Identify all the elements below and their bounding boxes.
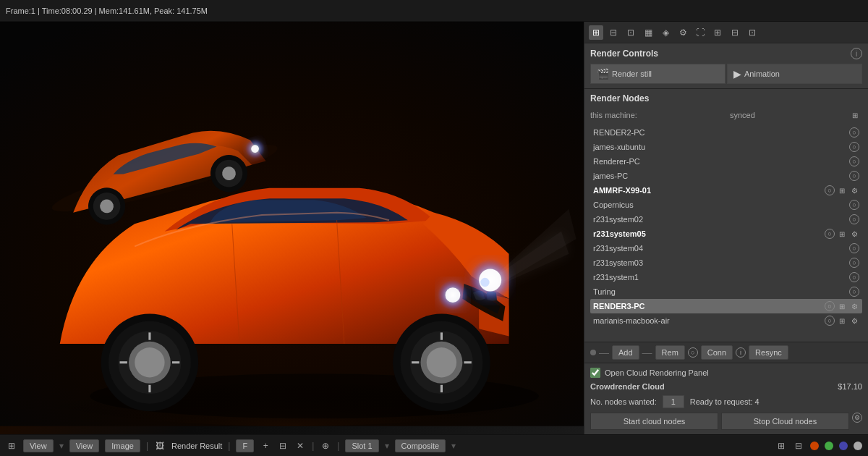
cloud-settings-icon[interactable]: ⚙ — [852, 413, 862, 423]
bottom-icon-1[interactable]: ⊞ — [6, 440, 17, 452]
right-toolbar: ⊞ ⊟ ⊡ ▦ ◈ ⚙ ⛶ ⊞ ⊟ ⊡ — [584, 22, 868, 43]
svg-point-16 — [446, 287, 461, 303]
footer-info-icon[interactable]: i — [736, 347, 746, 358]
toolbar-icon-5[interactable]: ◈ — [658, 25, 673, 40]
node-circle-icon-13[interactable]: ○ — [825, 316, 835, 326]
node-gear-icon-13[interactable]: ⚙ — [849, 316, 859, 326]
toolbar-icon-6[interactable]: ⚙ — [676, 25, 690, 40]
node-row-5[interactable]: Copernicus○ — [590, 198, 862, 212]
rem-button[interactable]: Rem — [655, 345, 685, 360]
footer-circle-icon[interactable]: ○ — [688, 347, 698, 358]
start-cloud-nodes-button[interactable]: Start cloud nodes — [590, 413, 718, 430]
nodes-settings-icon[interactable]: ⊞ — [848, 108, 862, 122]
stop-cloud-nodes-button[interactable]: Stop Cloud nodes — [721, 413, 849, 430]
node-circle-icon-0[interactable]: ○ — [849, 127, 859, 138]
node-row-1[interactable]: james-xubuntu○ — [590, 140, 862, 154]
bottom-right-icon-2[interactable]: ⊟ — [793, 440, 804, 452]
node-grid-icon-13[interactable]: ⊞ — [837, 316, 847, 326]
node-row-0[interactable]: RENDER2-PC○ — [590, 125, 862, 140]
node-circle-icon-10[interactable]: ○ — [849, 272, 859, 282]
node-circle-icon-12[interactable]: ○ — [825, 301, 835, 311]
add-button[interactable]: Add — [612, 345, 639, 360]
node-circle-icon-11[interactable]: ○ — [849, 287, 859, 297]
view-button-2[interactable]: View — [69, 439, 100, 452]
toolbar-icon-9[interactable]: ⊟ — [728, 25, 742, 40]
view-button-1[interactable]: View — [23, 439, 54, 452]
x-icon[interactable]: ✕ — [294, 440, 306, 452]
node-circle-icon-2[interactable]: ○ — [849, 156, 859, 166]
cloud-checkbox-row: Open Cloud Rendering Panel — [590, 368, 862, 378]
toolbar-icon-1[interactable]: ⊞ — [589, 25, 603, 40]
node-circle-icon-9[interactable]: ○ — [849, 258, 859, 268]
render-controls-title: Render Controls — [590, 48, 658, 59]
toolbar-icon-7[interactable]: ⛶ — [693, 25, 707, 40]
node-circle-icon-3[interactable]: ○ — [849, 171, 859, 181]
node-grid-icon-4[interactable]: ⊞ — [837, 185, 847, 195]
nodes-footer: — Add — Rem ○ Conn i Resync — [584, 342, 868, 363]
node-circle-icon-6[interactable]: ○ — [849, 214, 859, 224]
bottom-bar: ⊞ View ▾ View Image | 🖼 Render Result | … — [0, 434, 868, 456]
node-name-13: marianis-macbook-air — [593, 316, 825, 325]
animation-button[interactable]: ▶ Animation — [727, 64, 862, 84]
node-name-12: RENDER3-PC — [593, 302, 825, 311]
node-name-7: r231system05 — [593, 229, 825, 238]
toolbar-icon-10[interactable]: ⊡ — [745, 25, 760, 40]
cloud-details: Crowdrender Cloud $17.10 — [590, 382, 862, 391]
bottom-right-icon-1[interactable]: ⊞ — [775, 440, 787, 452]
node-name-8: r231system04 — [593, 244, 849, 253]
render-controls-info-icon[interactable]: i — [851, 48, 862, 59]
cloud-action-buttons: Start cloud nodes Stop Cloud nodes ⚙ — [590, 413, 862, 430]
node-circle-icon-8[interactable]: ○ — [849, 243, 859, 253]
node-row-11[interactable]: Turing○ — [590, 284, 862, 299]
node-gear-icon-7[interactable]: ⚙ — [849, 229, 859, 239]
node-row-9[interactable]: r231system03○ — [590, 256, 862, 270]
render-result-icon[interactable]: 🖼 — [154, 440, 166, 452]
node-circle-icon-1[interactable]: ○ — [849, 142, 859, 152]
cloud-checkbox[interactable] — [590, 368, 600, 378]
synced-label: synced — [730, 111, 755, 119]
node-grid-icon-7[interactable]: ⊞ — [837, 229, 847, 239]
node-gear-icon-12[interactable]: ⚙ — [849, 301, 859, 311]
node-row-10[interactable]: r231system1○ — [590, 270, 862, 284]
node-row-2[interactable]: Renderer-PC○ — [590, 154, 862, 169]
node-circle-icon-4[interactable]: ○ — [825, 185, 835, 195]
node-name-9: r231system03 — [593, 258, 849, 267]
zoom-icon[interactable]: ⊕ — [320, 440, 331, 452]
node-row-8[interactable]: r231system04○ — [590, 241, 862, 256]
node-row-13[interactable]: marianis-macbook-air○⊞⚙ — [590, 313, 862, 328]
frame-button[interactable]: F — [236, 439, 254, 452]
cloud-checkbox-label[interactable]: Open Cloud Rendering Panel — [605, 368, 709, 377]
minus-icon[interactable]: ⊟ — [277, 440, 289, 452]
nodes-subheader: this machine: synced ⊞ — [590, 108, 862, 122]
node-circle-icon-5[interactable]: ○ — [849, 200, 859, 210]
node-circle-icon-7[interactable]: ○ — [825, 229, 835, 239]
resync-button[interactable]: Resync — [749, 345, 788, 360]
color-circle-3 — [839, 442, 848, 450]
node-gear-icon-4[interactable]: ⚙ — [849, 185, 859, 195]
toolbar-icon-4[interactable]: ▦ — [641, 25, 655, 40]
node-row-7[interactable]: r231system05○⊞⚙ — [590, 227, 862, 241]
node-row-6[interactable]: r231system02○ — [590, 212, 862, 227]
status-text: Frame:1 | Time:08:00.29 | Mem:141.61M, P… — [6, 7, 208, 15]
node-row-4[interactable]: AMMRF-X99-01○⊞⚙ — [590, 183, 862, 198]
render-buttons: 🎬 Render still ▶ Animation — [590, 64, 862, 84]
color-circle-1 — [810, 442, 819, 450]
toolbar-icon-2[interactable]: ⊟ — [606, 25, 621, 40]
node-grid-icon-12[interactable]: ⊞ — [837, 301, 847, 311]
plus-icon[interactable]: + — [260, 440, 271, 452]
svg-point-32 — [427, 347, 456, 377]
composite-button[interactable]: Composite — [395, 439, 446, 452]
node-row-12[interactable]: RENDER3-PC○⊞⚙ — [590, 299, 862, 313]
node-name-5: Copernicus — [593, 200, 849, 209]
image-button[interactable]: Image — [105, 439, 140, 452]
toolbar-icon-3[interactable]: ⊡ — [624, 25, 638, 40]
render-still-button[interactable]: 🎬 Render still — [590, 64, 726, 84]
node-name-10: r231system1 — [593, 273, 849, 282]
conn-button[interactable]: Conn — [701, 345, 733, 360]
cloud-price: $17.10 — [838, 382, 862, 391]
toolbar-icon-8[interactable]: ⊞ — [710, 25, 725, 40]
nodes-wanted-input[interactable]: 1 — [663, 395, 684, 408]
slot-button[interactable]: Slot 1 — [345, 439, 378, 452]
node-name-2: Renderer-PC — [593, 157, 849, 166]
node-row-3[interactable]: james-PC○ — [590, 169, 862, 183]
